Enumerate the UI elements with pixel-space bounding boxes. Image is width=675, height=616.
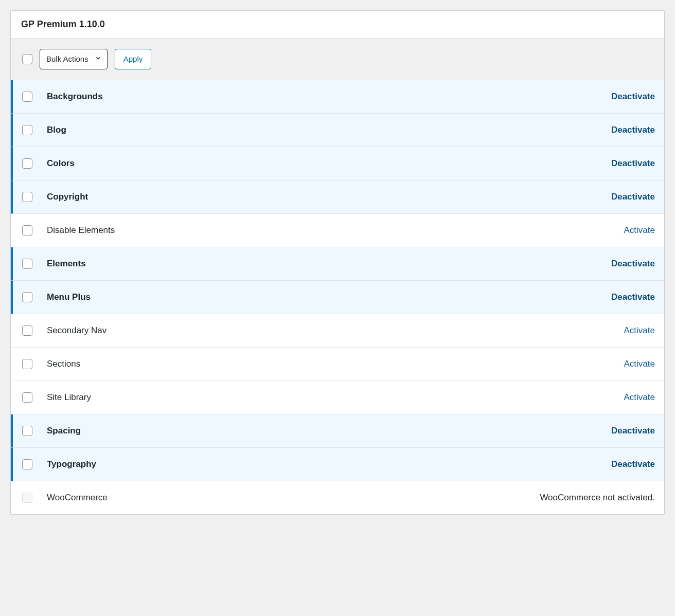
module-row: Secondary NavActivate: [11, 314, 664, 348]
module-label: Typography: [47, 459, 597, 469]
module-label: Elements: [47, 259, 597, 269]
module-row: ColorsDeactivate: [11, 147, 664, 180]
panel-header: GP Premium 1.10.0: [11, 11, 664, 39]
module-row: WooCommerceWooCommerce not activated.: [11, 481, 664, 514]
deactivate-link[interactable]: Deactivate: [611, 459, 655, 469]
deactivate-link[interactable]: Deactivate: [611, 259, 655, 269]
bulk-actions-label: Bulk Actions: [46, 55, 88, 64]
module-checkbox[interactable]: [22, 158, 32, 169]
module-checkbox[interactable]: [22, 359, 32, 369]
module-label: Disable Elements: [47, 225, 610, 235]
module-checkbox[interactable]: [22, 225, 32, 235]
bulk-actions-select[interactable]: Bulk Actions: [40, 49, 108, 69]
activate-link[interactable]: Activate: [624, 225, 655, 235]
gp-premium-panel: GP Premium 1.10.0 Bulk Actions Apply Bac…: [10, 10, 665, 515]
module-row: TypographyDeactivate: [11, 448, 664, 481]
chevron-down-icon: [95, 55, 102, 64]
module-label: Site Library: [47, 392, 610, 403]
deactivate-link[interactable]: Deactivate: [611, 426, 655, 436]
deactivate-link[interactable]: Deactivate: [611, 92, 655, 102]
module-row: Disable ElementsActivate: [11, 214, 664, 247]
module-checkbox[interactable]: [22, 459, 32, 469]
module-label: Menu Plus: [47, 292, 597, 302]
bulk-toolbar: Bulk Actions Apply: [11, 39, 664, 80]
deactivate-link[interactable]: Deactivate: [611, 192, 655, 202]
apply-button[interactable]: Apply: [115, 49, 152, 69]
module-row: Menu PlusDeactivate: [11, 281, 664, 314]
module-row: BackgroundsDeactivate: [11, 80, 664, 114]
module-checkbox[interactable]: [22, 392, 32, 403]
activate-link[interactable]: Activate: [624, 359, 655, 369]
deactivate-link[interactable]: Deactivate: [611, 292, 655, 302]
module-row: Site LibraryActivate: [11, 381, 664, 414]
module-checkbox[interactable]: [22, 259, 32, 269]
module-checkbox[interactable]: [22, 292, 32, 302]
module-label: Colors: [47, 158, 597, 169]
module-row: SectionsActivate: [11, 348, 664, 381]
module-label: Sections: [47, 359, 610, 369]
page-title: GP Premium 1.10.0: [21, 19, 654, 30]
module-checkbox[interactable]: [22, 426, 32, 436]
module-note: WooCommerce not activated.: [540, 493, 655, 503]
module-checkbox[interactable]: [22, 325, 32, 336]
module-label: Spacing: [47, 426, 597, 436]
module-label: Copyright: [47, 192, 597, 202]
module-label: Blog: [47, 125, 597, 135]
module-row: BlogDeactivate: [11, 114, 664, 147]
deactivate-link[interactable]: Deactivate: [611, 125, 655, 135]
deactivate-link[interactable]: Deactivate: [611, 158, 655, 169]
module-checkbox: [22, 493, 32, 503]
module-label: Secondary Nav: [47, 325, 610, 336]
module-row: SpacingDeactivate: [11, 414, 664, 448]
module-checkbox[interactable]: [22, 125, 32, 135]
module-label: Backgrounds: [47, 92, 597, 102]
module-row: ElementsDeactivate: [11, 247, 664, 281]
module-row: CopyrightDeactivate: [11, 180, 664, 214]
module-list: BackgroundsDeactivateBlogDeactivateColor…: [11, 80, 664, 514]
select-all-checkbox[interactable]: [22, 54, 32, 64]
module-checkbox[interactable]: [22, 92, 32, 102]
module-checkbox[interactable]: [22, 192, 32, 202]
module-label: WooCommerce: [47, 493, 525, 503]
activate-link[interactable]: Activate: [624, 325, 655, 336]
activate-link[interactable]: Activate: [624, 392, 655, 403]
